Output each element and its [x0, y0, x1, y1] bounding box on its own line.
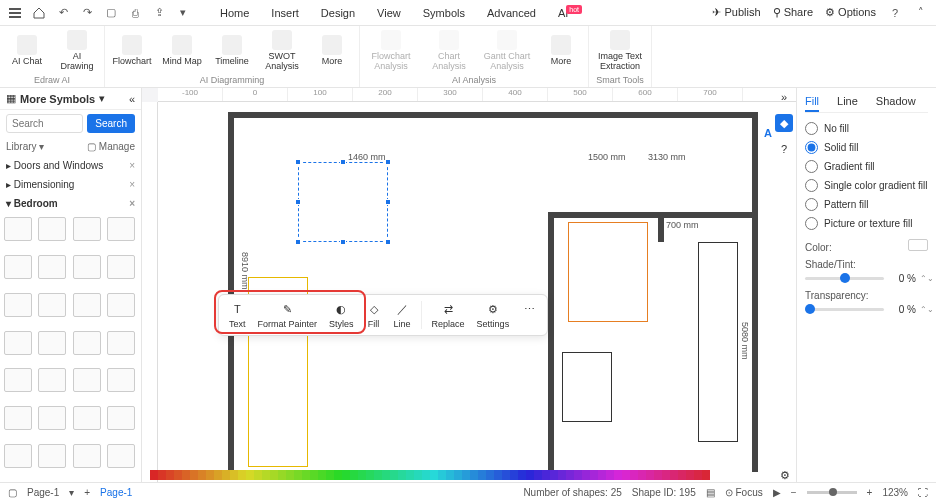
color-swatch[interactable]	[374, 470, 382, 480]
color-swatch[interactable]	[366, 470, 374, 480]
color-swatch[interactable]	[686, 470, 694, 480]
tab-insert[interactable]: Insert	[271, 7, 299, 19]
search-input[interactable]	[6, 114, 83, 133]
color-swatch[interactable]	[462, 470, 470, 480]
opt-nofill[interactable]: No fill	[805, 119, 928, 138]
color-swatch[interactable]	[302, 470, 310, 480]
canvas-area[interactable]: -1000100200300400500600700 1460 mm 1500 …	[142, 88, 796, 482]
symbol-thumb[interactable]	[73, 444, 101, 468]
color-swatch[interactable]	[590, 470, 598, 480]
color-swatch[interactable]	[510, 470, 518, 480]
ctx-settings[interactable]: ⚙Settings	[471, 299, 516, 331]
color-swatch[interactable]	[518, 470, 526, 480]
page-dropdown-icon[interactable]: ▾	[69, 487, 74, 498]
selected-shape[interactable]	[298, 162, 388, 242]
manage-button[interactable]: ▢ Manage	[87, 141, 135, 152]
color-swatch[interactable]	[430, 470, 438, 480]
symbol-thumb[interactable]	[38, 444, 66, 468]
color-swatch[interactable]	[270, 470, 278, 480]
color-swatch[interactable]	[454, 470, 462, 480]
color-swatch[interactable]	[702, 470, 710, 480]
color-swatch[interactable]	[638, 470, 646, 480]
more-symbols-button[interactable]: More Symbols	[20, 93, 95, 105]
ctx-replace[interactable]: ⇄Replace	[426, 299, 471, 331]
color-swatch[interactable]	[694, 470, 702, 480]
color-swatch[interactable]	[206, 470, 214, 480]
rib-more-diag[interactable]: More	[311, 28, 353, 74]
ctx-styles[interactable]: ◐Styles	[323, 299, 360, 331]
ctx-more[interactable]: ⋯	[515, 299, 543, 331]
ctx-fill[interactable]: ◇Fill	[360, 299, 388, 331]
color-swatch[interactable]	[318, 470, 326, 480]
close-icon[interactable]: ×	[129, 198, 135, 209]
add-page-icon[interactable]: +	[84, 487, 90, 498]
zoom-in-icon[interactable]: +	[867, 487, 873, 498]
ctx-format-painter[interactable]: ✎Format Painter	[252, 299, 324, 331]
tab-line[interactable]: Line	[837, 92, 858, 112]
symbol-thumb[interactable]	[4, 293, 32, 317]
color-swatch[interactable]	[550, 470, 558, 480]
color-swatch[interactable]	[446, 470, 454, 480]
symbol-thumb[interactable]	[4, 444, 32, 468]
color-swatch[interactable]	[214, 470, 222, 480]
color-swatch[interactable]	[150, 470, 158, 480]
save-icon[interactable]: ▢	[104, 6, 118, 20]
color-swatch[interactable]	[614, 470, 622, 480]
color-swatch[interactable]	[678, 470, 686, 480]
presentation-icon[interactable]: ▶	[773, 487, 781, 498]
tab-fill[interactable]: Fill	[805, 92, 819, 112]
chevron-down-icon[interactable]: ▾	[176, 6, 190, 20]
symbol-thumb[interactable]	[73, 406, 101, 430]
symbol-thumb[interactable]	[4, 331, 32, 355]
rib-swot[interactable]: SWOT Analysis	[261, 28, 303, 74]
color-swatch[interactable]	[238, 470, 246, 480]
color-swatch[interactable]	[622, 470, 630, 480]
collapse-ribbon-icon[interactable]: ˄	[914, 6, 928, 20]
category-bedroom[interactable]: ▾ Bedroom×	[0, 194, 141, 213]
help-icon[interactable]: ?	[888, 6, 902, 20]
focus-button[interactable]: ⊙ Focus	[725, 487, 763, 498]
color-swatch[interactable]	[662, 470, 670, 480]
color-swatch[interactable]	[334, 470, 342, 480]
symbol-thumb[interactable]	[107, 293, 135, 317]
color-swatch[interactable]	[574, 470, 582, 480]
symbol-thumb[interactable]	[38, 217, 66, 241]
color-swatch[interactable]	[398, 470, 406, 480]
ctx-text[interactable]: TText	[223, 299, 252, 331]
opt-picture[interactable]: Picture or texture fill	[805, 214, 928, 233]
outline-icon[interactable]: ▢	[8, 487, 17, 498]
color-swatch[interactable]	[598, 470, 606, 480]
symbol-thumb[interactable]	[73, 255, 101, 279]
color-swatch[interactable]	[526, 470, 534, 480]
color-swatch[interactable]	[558, 470, 566, 480]
undo-icon[interactable]: ↶	[56, 6, 70, 20]
rib-ai-drawing[interactable]: AI Drawing	[56, 28, 98, 74]
symbol-thumb[interactable]	[73, 331, 101, 355]
color-swatch[interactable]	[246, 470, 254, 480]
redo-icon[interactable]: ↷	[80, 6, 94, 20]
publish-button[interactable]: ✈ Publish	[712, 6, 760, 19]
search-button[interactable]: Search	[87, 114, 135, 133]
color-swatch[interactable]	[494, 470, 502, 480]
close-icon[interactable]: ×	[129, 160, 135, 171]
color-swatch[interactable]	[566, 470, 574, 480]
opt-solid[interactable]: Solid fill	[805, 138, 928, 157]
color-swatch[interactable]	[654, 470, 662, 480]
category-dimensioning[interactable]: ▸ Dimensioning×	[0, 175, 141, 194]
close-icon[interactable]: ×	[129, 179, 135, 190]
tab-advanced[interactable]: Advanced	[487, 7, 536, 19]
color-swatch[interactable]	[486, 470, 494, 480]
color-swatch[interactable]	[670, 470, 678, 480]
color-swatch[interactable]	[390, 470, 398, 480]
zoom-slider[interactable]	[807, 491, 857, 494]
bed-shape[interactable]	[568, 222, 648, 322]
symbol-thumb[interactable]	[107, 255, 135, 279]
symbol-thumb[interactable]	[38, 331, 66, 355]
color-swatch[interactable]	[406, 470, 414, 480]
color-swatch[interactable]	[182, 470, 190, 480]
layers-icon[interactable]: ▤	[706, 487, 715, 498]
symbol-thumb[interactable]	[38, 368, 66, 392]
expand-panel-icon[interactable]: »	[775, 88, 793, 106]
color-swatch[interactable]	[470, 470, 478, 480]
collapse-panel-icon[interactable]: «	[129, 93, 135, 105]
